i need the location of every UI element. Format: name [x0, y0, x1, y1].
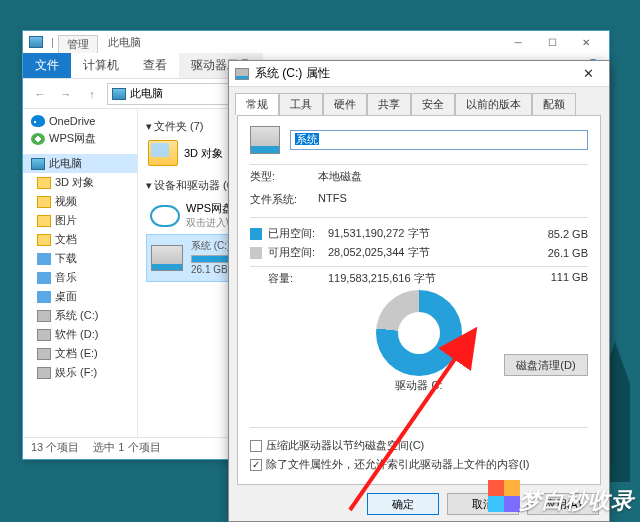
- tab-quota[interactable]: 配额: [532, 93, 576, 115]
- wps-icon: [31, 133, 45, 145]
- type-label: 类型:: [250, 169, 318, 184]
- nav-up-button[interactable]: ↑: [81, 83, 103, 105]
- window-title: 此电脑: [108, 35, 141, 50]
- sidebar-item-3dobjects[interactable]: 3D 对象: [23, 173, 137, 192]
- sidebar-item-desktop[interactable]: 桌面: [23, 287, 137, 306]
- folder-icon: [37, 196, 51, 208]
- compress-label: 压缩此驱动器以节约磁盘空间(C): [266, 438, 424, 453]
- sidebar: OneDrive WPS网盘 此电脑 3D 对象 视频 图片 文档 下载 音乐 …: [23, 109, 138, 437]
- used-label: 已用空间:: [268, 226, 328, 241]
- usage-pie-chart: [376, 290, 462, 376]
- ok-button[interactable]: 确定: [367, 493, 439, 515]
- address-path: 此电脑: [130, 86, 163, 101]
- properties-tabs: 常规 工具 硬件 共享 安全 以前的版本 配额: [229, 87, 609, 115]
- free-label: 可用空间:: [268, 245, 328, 260]
- minimize-button[interactable]: ─: [501, 31, 535, 53]
- maximize-button[interactable]: ☐: [535, 31, 569, 53]
- drive-icon: [235, 68, 249, 80]
- sidebar-item-drive-e[interactable]: 文档 (E:): [23, 344, 137, 363]
- tab-tools[interactable]: 工具: [279, 93, 323, 115]
- tab-security[interactable]: 安全: [411, 93, 455, 115]
- nav-back-button[interactable]: ←: [29, 83, 51, 105]
- used-color-swatch: [250, 228, 262, 240]
- sidebar-item-drive-c[interactable]: 系统 (C:): [23, 306, 137, 325]
- properties-close-button[interactable]: ✕: [573, 64, 603, 84]
- ribbon-context-label: 管理: [58, 35, 98, 53]
- used-gb: 85.2 GB: [533, 228, 588, 240]
- free-color-swatch: [250, 247, 262, 259]
- sidebar-item-pictures[interactable]: 图片: [23, 211, 137, 230]
- onedrive-icon: [31, 115, 45, 127]
- pc-icon: [31, 158, 45, 170]
- free-bytes: 28,052,025,344 字节: [328, 245, 533, 260]
- drive-icon: [151, 245, 183, 271]
- sidebar-item-videos[interactable]: 视频: [23, 192, 137, 211]
- sidebar-wps[interactable]: WPS网盘: [23, 129, 137, 148]
- drive-name-input[interactable]: 系统: [290, 130, 588, 150]
- properties-dialog: 系统 (C:) 属性 ✕ 常规 工具 硬件 共享 安全 以前的版本 配额 系统 …: [228, 60, 610, 522]
- folder-icon: [37, 215, 51, 227]
- folder-3dobjects[interactable]: 3D 对象: [146, 138, 226, 168]
- tab-previous[interactable]: 以前的版本: [455, 93, 532, 115]
- tab-hardware[interactable]: 硬件: [323, 93, 367, 115]
- ribbon-tab-view[interactable]: 查看: [131, 53, 179, 78]
- tab-general[interactable]: 常规: [235, 93, 279, 115]
- folder-icon: [37, 177, 51, 189]
- ribbon-tab-computer[interactable]: 计算机: [71, 53, 131, 78]
- index-label: 除了文件属性外，还允许索引此驱动器上文件的内容(I): [266, 457, 529, 472]
- titlebar-sep: |: [51, 36, 54, 48]
- music-icon: [37, 272, 51, 284]
- desktop-icon: [37, 291, 51, 303]
- close-button[interactable]: ✕: [569, 31, 603, 53]
- properties-title: 系统 (C:) 属性: [255, 65, 330, 82]
- properties-titlebar[interactable]: 系统 (C:) 属性 ✕: [229, 61, 609, 87]
- free-gb: 26.1 GB: [533, 247, 588, 259]
- type-value: 本地磁盘: [318, 169, 588, 184]
- status-selected: 选中 1 个项目: [93, 440, 160, 455]
- sidebar-item-drive-d[interactable]: 软件 (D:): [23, 325, 137, 344]
- sidebar-item-documents[interactable]: 文档: [23, 230, 137, 249]
- drive-icon: [37, 310, 51, 322]
- sidebar-item-downloads[interactable]: 下载: [23, 249, 137, 268]
- tab-sharing[interactable]: 共享: [367, 93, 411, 115]
- fs-value: NTFS: [318, 192, 588, 207]
- drive-label: 驱动器 C:: [395, 378, 442, 393]
- sidebar-thispc[interactable]: 此电脑: [23, 154, 137, 173]
- explorer-titlebar[interactable]: | 管理 此电脑 ─ ☐ ✕: [23, 31, 609, 53]
- used-bytes: 91,531,190,272 字节: [328, 226, 533, 241]
- disk-cleanup-button[interactable]: 磁盘清理(D): [504, 354, 588, 376]
- index-checkbox[interactable]: ✓: [250, 459, 262, 471]
- watermark-logo: [488, 480, 520, 512]
- fs-label: 文件系统:: [250, 192, 318, 207]
- capacity-bytes: 119,583,215,616 字节: [328, 271, 533, 286]
- address-icon: [112, 88, 126, 100]
- cloud-icon: [150, 205, 180, 227]
- drive-icon: [37, 329, 51, 341]
- watermark-text: 梦白秒收录: [519, 486, 634, 516]
- download-icon: [37, 253, 51, 265]
- drive-large-icon: [250, 126, 280, 154]
- capacity-label: 容量:: [268, 271, 328, 286]
- capacity-gb: 111 GB: [533, 271, 588, 286]
- folder-icon: [148, 140, 178, 166]
- properties-body: 系统 类型:本地磁盘 文件系统:NTFS 已用空间:91,531,190,272…: [237, 115, 601, 485]
- drive-icon: [37, 367, 51, 379]
- nav-forward-button[interactable]: →: [55, 83, 77, 105]
- folder-icon: [37, 234, 51, 246]
- sidebar-onedrive[interactable]: OneDrive: [23, 113, 137, 129]
- drive-icon: [37, 348, 51, 360]
- sidebar-item-drive-f[interactable]: 娱乐 (F:): [23, 363, 137, 382]
- status-count: 13 个项目: [31, 440, 79, 455]
- thispc-icon: [29, 36, 43, 48]
- ribbon-context-group: 管理: [58, 31, 98, 53]
- sidebar-item-music[interactable]: 音乐: [23, 268, 137, 287]
- ribbon-tab-file[interactable]: 文件: [23, 53, 71, 78]
- compress-checkbox[interactable]: [250, 440, 262, 452]
